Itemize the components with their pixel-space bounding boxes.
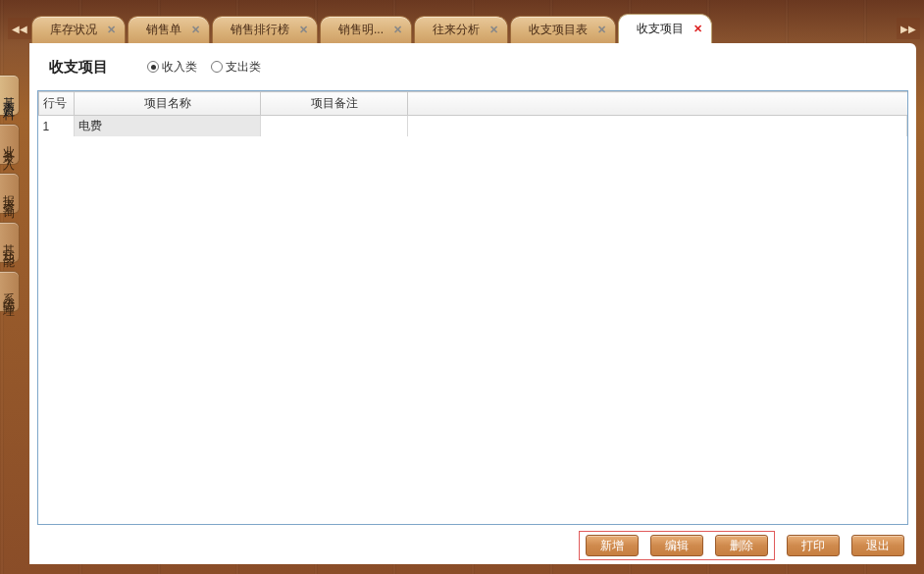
table-row[interactable]: 1 电费: [39, 116, 907, 137]
edit-button[interactable]: 编辑: [650, 535, 703, 556]
radio-icon: [211, 61, 223, 73]
tab-income-table[interactable]: 收支项目表 ✕: [510, 16, 616, 43]
tab-label: 库存状况: [50, 22, 97, 38]
page-title: 收支项目: [49, 58, 108, 77]
col-header-name[interactable]: 项目名称: [75, 92, 261, 116]
exit-button[interactable]: 退出: [851, 535, 904, 556]
tab-correspond[interactable]: 往来分析 ✕: [414, 16, 508, 43]
radio-label: 支出类: [226, 59, 261, 76]
cell-spacer: [408, 116, 907, 137]
close-icon[interactable]: ✕: [105, 25, 117, 36]
tab-income-item[interactable]: 收支项目 ✕: [618, 14, 712, 43]
close-icon[interactable]: ✕: [189, 25, 201, 36]
col-header-spacer: [408, 92, 907, 116]
sidenav-sys-manage[interactable]: 系统管理: [0, 271, 20, 312]
tab-sales-rank[interactable]: 销售排行榜 ✕: [212, 16, 318, 43]
print-button[interactable]: 打印: [787, 535, 840, 556]
tab-label: 销售明...: [338, 22, 384, 38]
radio-label: 收入类: [162, 59, 197, 76]
tab-label: 销售单: [146, 22, 181, 38]
tab-sales-detail[interactable]: 销售明... ✕: [320, 16, 412, 43]
sidenav-other-func[interactable]: 其它功能: [0, 222, 20, 263]
cell-remark[interactable]: [261, 116, 408, 137]
close-icon[interactable]: ✕: [692, 24, 703, 35]
tab-label: 往来分析: [433, 22, 480, 38]
sidenav-biz-entry[interactable]: 业务录入: [0, 124, 20, 165]
tab-label: 销售排行榜: [231, 22, 289, 38]
col-header-remark[interactable]: 项目备注: [261, 92, 408, 116]
radio-income[interactable]: 收入类: [147, 59, 197, 76]
add-button[interactable]: 新增: [586, 535, 639, 556]
footer-toolbar: 新增 编辑 删除 打印 退出: [29, 531, 916, 564]
table-header-row: 行号 项目名称 项目备注: [39, 92, 907, 116]
data-grid[interactable]: 行号 项目名称 项目备注 1 电费: [37, 90, 908, 525]
panel-header: 收支项目 收入类 支出类: [29, 43, 916, 90]
close-icon[interactable]: ✕: [297, 25, 309, 36]
cell-name[interactable]: 电费: [75, 116, 261, 137]
edit-button-group: 新增 编辑 删除: [579, 531, 775, 560]
tab-label: 收支项目: [637, 21, 684, 37]
close-icon[interactable]: ✕: [488, 25, 499, 36]
tab-sales-order[interactable]: 销售单 ✕: [128, 16, 210, 43]
radio-icon: [147, 61, 159, 73]
close-icon[interactable]: ✕: [391, 25, 403, 36]
tab-scroll-left[interactable]: ◀◀: [8, 18, 31, 39]
tab-scroll-right[interactable]: ▶▶: [897, 18, 920, 39]
cell-rownum: 1: [39, 116, 75, 137]
sidenav-report-query[interactable]: 报表查询: [0, 173, 20, 214]
tab-label: 收支项目表: [529, 22, 588, 38]
main-panel: 收支项目 收入类 支出类 行号 项目名称 项目备注: [29, 43, 916, 564]
col-header-rownum[interactable]: 行号: [39, 92, 75, 116]
side-nav: 基本资料 业务录入 报表查询 其它功能 系统管理: [0, 49, 20, 574]
type-radio-group: 收入类 支出类: [147, 59, 261, 76]
tab-bar: ◀◀ 库存状况 ✕ 销售单 ✕ 销售排行榜 ✕ 销售明... ✕ 往来分析 ✕ …: [0, 0, 924, 43]
sidenav-basic-data[interactable]: 基本资料: [0, 75, 20, 116]
delete-button[interactable]: 删除: [715, 535, 768, 556]
close-icon[interactable]: ✕: [595, 25, 607, 36]
radio-expense[interactable]: 支出类: [211, 59, 261, 76]
tab-inventory[interactable]: 库存状况 ✕: [31, 16, 126, 43]
